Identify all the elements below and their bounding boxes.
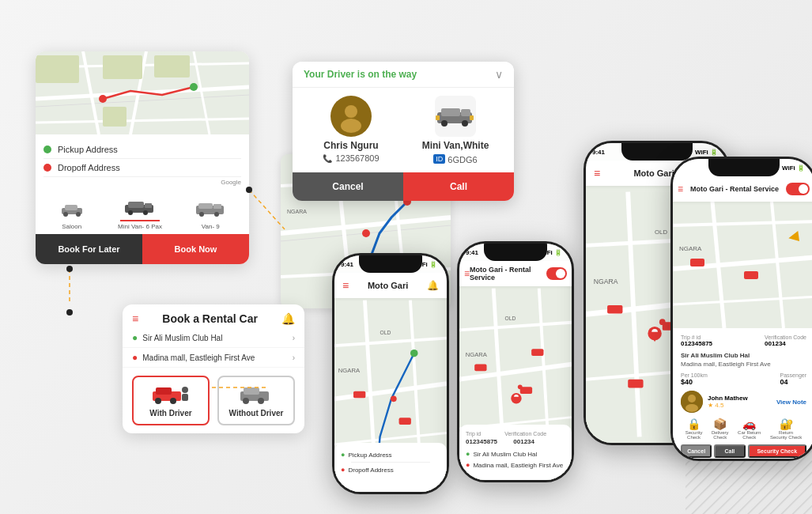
phone1-hamburger-icon[interactable]: ≡ bbox=[342, 279, 349, 292]
svg-point-28 bbox=[143, 210, 148, 215]
phone4-verify-value: 001234 bbox=[765, 340, 806, 347]
call-button[interactable]: Call bbox=[403, 172, 514, 201]
rental-location2[interactable]: ● Madina mall, Eastleigh First Ave › bbox=[123, 348, 304, 368]
minivan6-car-svg bbox=[123, 199, 157, 215]
saloon-label: Saloon bbox=[62, 223, 81, 230]
svg-text:OLD: OLD bbox=[655, 229, 667, 236]
phone-moto-gari: 9:41 ▲▲▲ WiFi 🔋 ≡ Moto Gari 🔔 NGARA bbox=[332, 253, 449, 494]
view-note-link[interactable]: View Note bbox=[776, 399, 806, 406]
phone1-notch bbox=[359, 255, 422, 273]
book-later-button[interactable]: Book For Later bbox=[36, 234, 142, 264]
svg-point-18 bbox=[99, 95, 107, 103]
svg-point-107 bbox=[659, 319, 666, 325]
svg-point-80 bbox=[410, 350, 418, 357]
per-km-label: Per 100km bbox=[681, 372, 708, 378]
pickup-row[interactable]: Pickup Address bbox=[43, 141, 241, 159]
car-option-saloon[interactable]: Saloon bbox=[55, 201, 89, 230]
rental-options: With Driver Without Driver bbox=[123, 368, 304, 433]
phone2-verification: 001234 bbox=[513, 438, 534, 445]
dropoff-row[interactable]: Dropoff Address bbox=[43, 159, 241, 177]
svg-point-68 bbox=[243, 398, 249, 404]
svg-text:NGARA: NGARA bbox=[679, 245, 702, 252]
svg-point-2 bbox=[66, 309, 73, 316]
phone3-time: 9:41 bbox=[592, 149, 605, 156]
svg-rect-42 bbox=[436, 115, 440, 120]
phone1-screen: 9:41 ▲▲▲ WiFi 🔋 ≡ Moto Gari 🔔 NGARA bbox=[334, 255, 447, 492]
phone4-toggle[interactable] bbox=[786, 183, 810, 195]
driver-phone-row: 📞 123567809 bbox=[323, 153, 379, 163]
phone4-driver-svg bbox=[681, 391, 703, 413]
phone2-hamburger-icon[interactable]: ≡ bbox=[464, 268, 470, 279]
car-option-minivan6[interactable]: Mini Van- 6 Pax bbox=[118, 198, 162, 230]
car-column: Mini Van,White ID 6GDG6 bbox=[408, 96, 503, 164]
van9-car-svg bbox=[195, 201, 226, 217]
svg-rect-15 bbox=[36, 55, 79, 83]
driver-info: Chris Nguru 📞 123567809 bbox=[293, 88, 514, 172]
phone1-pickup-row: ● Pickup Address bbox=[341, 449, 440, 460]
passenger-label: Passenger bbox=[780, 372, 806, 378]
svg-rect-14 bbox=[103, 55, 142, 79]
phone4-screen: ▲▲ WiFi 🔋 ≡ Moto Gari - Rental Service bbox=[673, 159, 812, 459]
without-driver-label: Without Driver bbox=[229, 409, 284, 418]
svg-rect-121 bbox=[744, 271, 758, 279]
phone2-bottom-card: Trip id Verification Code 012345875 0012… bbox=[459, 425, 572, 480]
svg-rect-61 bbox=[156, 387, 172, 395]
phone-icon: 📞 bbox=[323, 154, 332, 163]
phone4-driver-avatar bbox=[681, 391, 703, 413]
phone3-hamburger-icon[interactable]: ≡ bbox=[594, 167, 600, 180]
phone1-divider bbox=[351, 462, 431, 463]
svg-rect-43 bbox=[470, 115, 474, 120]
plate-row: ID 6GDG6 bbox=[433, 153, 477, 164]
phone1-dropoff-label: Dropoff Address bbox=[348, 467, 393, 474]
car-type: Mini Van,White bbox=[422, 140, 489, 151]
phone4-hamburger-icon[interactable]: ≡ bbox=[678, 183, 683, 195]
svg-line-3 bbox=[249, 190, 285, 229]
svg-point-32 bbox=[199, 212, 204, 217]
chevron-right-icon-1: › bbox=[293, 334, 295, 342]
vehicle-plate: 6GDG6 bbox=[448, 155, 477, 164]
svg-point-27 bbox=[128, 210, 133, 215]
phone4-toggle-knob bbox=[799, 184, 808, 194]
phone1-dropoff-icon: ● bbox=[341, 466, 345, 474]
rental-toggle[interactable] bbox=[546, 267, 567, 280]
phone2-trip-values: 012345875 001234 bbox=[466, 438, 565, 445]
svg-rect-81 bbox=[399, 418, 411, 425]
dropoff-pin-icon: ● bbox=[132, 352, 138, 363]
rental-location1-label: Sir Ali Muslim Club Hal bbox=[142, 334, 287, 342]
rental-location1[interactable]: ● Sir Ali Muslim Club Hal › bbox=[123, 328, 304, 348]
svg-point-92 bbox=[518, 384, 523, 389]
svg-point-63 bbox=[170, 398, 176, 404]
svg-point-1 bbox=[66, 266, 73, 272]
cancel-button[interactable]: Cancel bbox=[293, 172, 403, 201]
svg-point-36 bbox=[341, 119, 361, 133]
driver-avatar bbox=[330, 96, 372, 137]
return-security-icon: 🔐 ReturnSecurity Check bbox=[770, 418, 802, 440]
book-now-button[interactable]: Book Now bbox=[142, 234, 249, 264]
phone1-bottom-card: ● Pickup Address ● Dropoff Address bbox=[334, 443, 447, 492]
hamburger-icon[interactable]: ≡ bbox=[132, 312, 138, 325]
with-driver-option[interactable]: With Driver bbox=[132, 376, 210, 425]
phone2-location2: Madina mall, Eastleigh First Ave bbox=[473, 462, 563, 469]
svg-rect-26 bbox=[145, 203, 152, 208]
per-km-value: $40 bbox=[681, 378, 708, 386]
phone1-bell-icon[interactable]: 🔔 bbox=[427, 280, 439, 291]
pickup-dot bbox=[43, 146, 51, 153]
phone4-cancel-button[interactable]: Cancel bbox=[681, 444, 712, 458]
phone-trip-details: ▲▲ WiFi 🔋 ≡ Moto Gari - Rental Service bbox=[670, 157, 812, 461]
bell-icon[interactable]: 🔔 bbox=[281, 312, 295, 325]
svg-text:NGARA: NGARA bbox=[338, 367, 361, 374]
svg-text:NGARA: NGARA bbox=[594, 278, 618, 285]
phone2-title: Moto Gari - Rental Service bbox=[470, 266, 546, 282]
svg-point-41 bbox=[462, 120, 468, 127]
driver-column: Chris Nguru 📞 123567809 bbox=[304, 96, 398, 164]
svg-rect-110 bbox=[628, 380, 643, 388]
phone4-security-button[interactable]: Security Check bbox=[748, 444, 807, 458]
svg-rect-30 bbox=[198, 203, 213, 209]
phone2-notch bbox=[484, 244, 547, 261]
svg-point-69 bbox=[258, 398, 264, 404]
phone4-driver-row: John Mathew ★ 4.5 View Note bbox=[681, 391, 806, 413]
without-driver-option[interactable]: Without Driver bbox=[217, 376, 295, 425]
phone4-call-button[interactable]: Call bbox=[714, 444, 745, 458]
car-option-van9[interactable]: Van- 9 bbox=[191, 199, 229, 230]
chevron-right-icon-2: › bbox=[293, 353, 295, 362]
